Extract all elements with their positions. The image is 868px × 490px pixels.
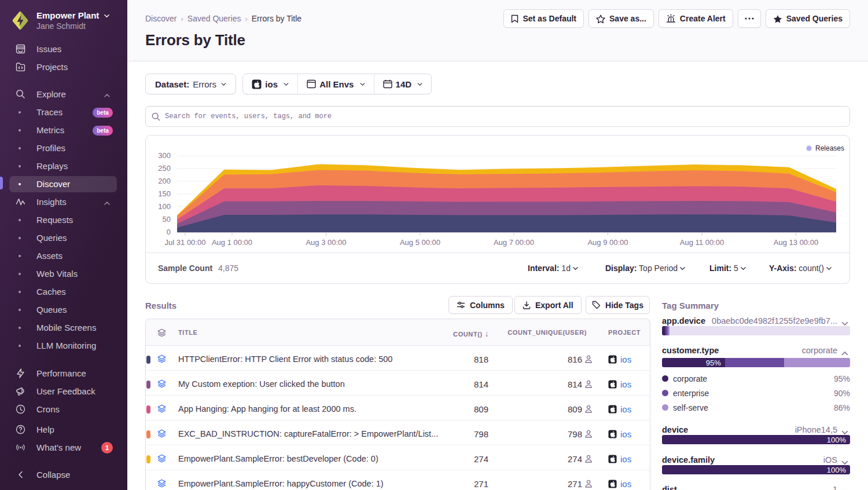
svg-text:Aug 7 00:00: Aug 7 00:00	[494, 238, 534, 247]
svg-text:Jul 31 00:00: Jul 31 00:00	[165, 238, 206, 247]
svg-text:300: 300	[158, 151, 171, 160]
svg-text:Aug 13 00:00: Aug 13 00:00	[774, 238, 818, 247]
svg-text:150: 150	[158, 189, 171, 198]
svg-text:Aug 5 00:00: Aug 5 00:00	[400, 238, 440, 247]
svg-text:Aug 3 00:00: Aug 3 00:00	[306, 238, 346, 247]
svg-text:Aug 9 00:00: Aug 9 00:00	[587, 238, 628, 247]
svg-text:Aug 1 00:00: Aug 1 00:00	[212, 238, 252, 247]
svg-text:250: 250	[158, 164, 171, 173]
svg-text:Releases: Releases	[815, 144, 844, 152]
svg-text:100: 100	[158, 202, 171, 211]
svg-text:Aug 11 00:00: Aug 11 00:00	[680, 238, 724, 247]
svg-text:50: 50	[163, 215, 171, 224]
svg-text:0: 0	[167, 228, 171, 236]
svg-text:200: 200	[158, 177, 171, 185]
